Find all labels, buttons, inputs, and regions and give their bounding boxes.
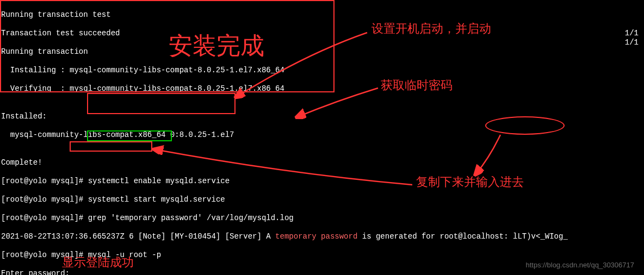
- output-line: Installed:: [1, 112, 644, 121]
- output-line: Installing : mysql-community-libs-compat…: [1, 66, 644, 75]
- output-line: Running transaction: [1, 47, 644, 57]
- watermark-text: https://blog.csdn.net/qq_30306717: [526, 260, 635, 270]
- annotation-login-success: 显示登陆成功: [62, 258, 134, 267]
- progress-fraction: 1/1: [625, 29, 639, 38]
- output-line: Verifying : mysql-community-libs-compat-…: [1, 84, 644, 93]
- progress-fraction: 1/1: [625, 38, 639, 47]
- command-text: grep 'temporary password' /var/log/mysql…: [88, 214, 294, 222]
- annotation-copy-input: 复制下来并输入进去: [416, 177, 524, 186]
- command-line[interactable]: [root@yolo mysql]# systemctl start mysql…: [1, 195, 644, 204]
- output-line: mysql-community-libs-compat.x86_64 0:8.0…: [1, 130, 644, 140]
- annotation-install-complete: 安装完成: [169, 41, 264, 50]
- log-line: 2021-08-22T13:07:36.665237Z 6 [Note] [MY…: [1, 232, 644, 241]
- command-text: systemctl start mysqld.service: [88, 195, 225, 204]
- highlighted-text: temporary password: [275, 232, 357, 241]
- command-text: systemctl enable mysqld.service: [88, 177, 230, 185]
- output-line: Transaction test succeeded: [1, 29, 644, 38]
- terminal-output: Running transaction test Transaction tes…: [0, 0, 644, 275]
- password-prompt[interactable]: Enter password:: [1, 269, 644, 275]
- command-line[interactable]: [root@yolo mysql]# grep 'temporary passw…: [1, 214, 644, 223]
- annotation-get-temp-pwd: 获取临时密码: [381, 80, 453, 90]
- annotation-set-boot: 设置开机启动，并启动: [371, 24, 491, 33]
- shell-prompt: [root@yolo mysql]#: [1, 214, 88, 222]
- output-line: Complete!: [1, 158, 644, 167]
- output-line: Running transaction test: [1, 10, 644, 20]
- command-line[interactable]: [root@yolo mysql]# systemctl enable mysq…: [1, 177, 644, 186]
- shell-prompt: [root@yolo mysql]#: [1, 177, 88, 185]
- shell-prompt: [root@yolo mysql]#: [1, 195, 88, 204]
